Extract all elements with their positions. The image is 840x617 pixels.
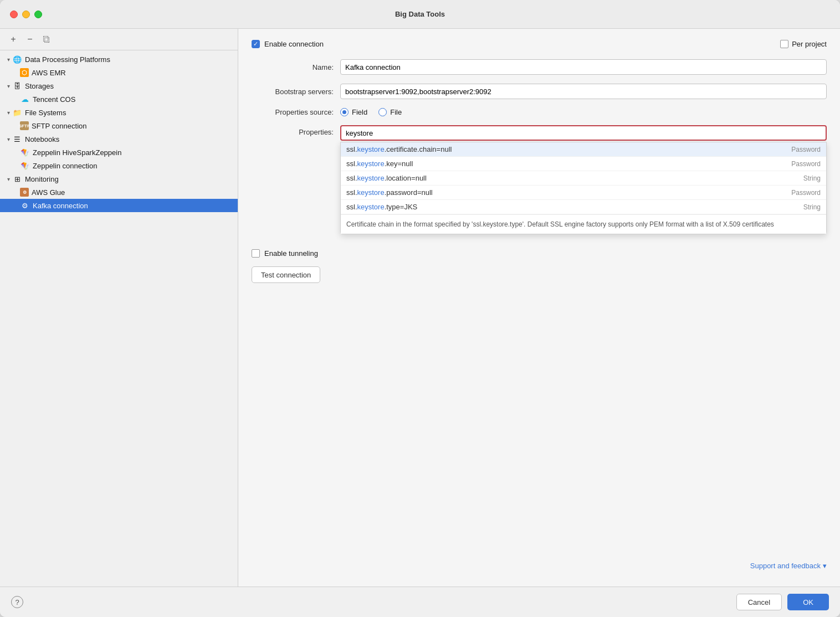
bootstrap-servers-field-container xyxy=(340,84,827,99)
item-suffix-1: .certificate.chain=null xyxy=(385,145,452,153)
item-highlight-2: keystore xyxy=(357,160,385,168)
autocomplete-item-5[interactable]: ssl.keystore.type=JKS String xyxy=(341,200,826,214)
radio-field-circle xyxy=(340,108,349,116)
sidebar-toolbar: + − ⿻ xyxy=(0,29,238,50)
name-row: Name: xyxy=(252,59,827,75)
sidebar-item-sftp-connection[interactable]: ▾ SFTP SFTP connection xyxy=(0,119,238,132)
chevron-down-icon: ▾ xyxy=(4,135,12,143)
name-input[interactable] xyxy=(340,59,827,75)
autocomplete-item-2[interactable]: ssl.keystore.key=null Password xyxy=(341,157,826,171)
item-type-2: Password xyxy=(791,160,821,168)
header-row: ✓ Enable connection Per project xyxy=(252,40,827,48)
maximize-button[interactable] xyxy=(34,11,42,18)
bottom-left: ? xyxy=(11,596,23,608)
sidebar-item-label: Kafka connection xyxy=(33,202,88,210)
dropdown-item-left-3: ssl.keystore.location=null xyxy=(346,174,427,182)
item-type-4: Password xyxy=(791,189,821,197)
item-type-5: String xyxy=(803,203,821,211)
radio-field-label: Field xyxy=(352,108,367,116)
autocomplete-item-1[interactable]: ssl.keystore.certificate.chain=null Pass… xyxy=(341,142,826,157)
autocomplete-item-4[interactable]: ssl.keystore.password=null Password xyxy=(341,186,826,200)
sidebar-item-aws-emr[interactable]: ▾ ⬡ AWS EMR xyxy=(0,66,238,79)
sidebar-item-aws-glue[interactable]: ▾ ⚙ AWS Glue xyxy=(0,186,238,199)
enable-tunneling-label: Enable tunneling xyxy=(264,249,318,258)
item-type-1: Password xyxy=(791,146,821,153)
autocomplete-dropdown: ssl.keystore.certificate.chain=null Pass… xyxy=(340,142,827,234)
main-content: + − ⿻ ▾ 🌐 Data Processing Platforms ▾ ⬡ … xyxy=(0,29,840,587)
name-field-container xyxy=(340,59,827,75)
bootstrap-servers-input[interactable] xyxy=(340,84,827,99)
item-suffix-3: .location=null xyxy=(385,174,427,182)
right-panel: ✓ Enable connection Per project Name: Bo… xyxy=(238,29,840,587)
sidebar-item-label: Tencent COS xyxy=(33,95,75,104)
sidebar: + − ⿻ ▾ 🌐 Data Processing Platforms ▾ ⬡ … xyxy=(0,29,238,587)
sidebar-item-tencent-cos[interactable]: ▾ ☁ Tencent COS xyxy=(0,92,238,106)
sidebar-item-label: SFTP connection xyxy=(32,122,86,130)
close-button[interactable] xyxy=(10,11,18,18)
enable-tunneling-row: Enable tunneling xyxy=(252,249,827,258)
zeppelin-icon: 🪁 xyxy=(20,147,30,157)
test-connection-button[interactable]: Test connection xyxy=(252,266,320,283)
item-prefix-2: ssl. xyxy=(346,160,357,168)
sidebar-item-label: File Systems xyxy=(25,109,66,117)
radio-dot xyxy=(342,110,346,114)
item-prefix-5: ssl. xyxy=(346,203,357,211)
sidebar-item-notebooks[interactable]: ▾ ☰ Notebooks xyxy=(0,132,238,146)
dropdown-item-left-2: ssl.keystore.key=null xyxy=(346,160,413,168)
sidebar-tree: ▾ 🌐 Data Processing Platforms ▾ ⬡ AWS EM… xyxy=(0,50,238,587)
copy-button[interactable]: ⿻ xyxy=(40,33,53,45)
help-button[interactable]: ? xyxy=(11,596,23,608)
storages-icon: 🗄 xyxy=(12,81,22,91)
sidebar-item-monitoring[interactable]: ▾ ⊞ Monitoring xyxy=(0,172,238,186)
aws-emr-icon: ⬡ xyxy=(20,68,29,77)
bottom-right: Cancel OK xyxy=(736,594,829,610)
zeppelin2-icon: 🪁 xyxy=(20,161,30,171)
item-highlight-4: keystore xyxy=(357,188,385,197)
per-project-row: Per project xyxy=(780,40,827,48)
properties-source-row: Properties source: Field File xyxy=(252,108,827,116)
sidebar-item-kafka-connection[interactable]: ▾ ⚙ Kafka connection xyxy=(0,199,238,212)
add-button[interactable]: + xyxy=(7,33,20,45)
enable-connection-row: ✓ Enable connection xyxy=(252,40,324,48)
support-feedback-label: Support and feedback xyxy=(750,562,821,570)
sidebar-item-storages[interactable]: ▾ 🗄 Storages xyxy=(0,79,238,92)
sidebar-item-zeppelin-connection[interactable]: ▾ 🪁 Zeppelin connection xyxy=(0,159,238,172)
radio-file-label: File xyxy=(390,108,402,116)
radio-field[interactable]: Field xyxy=(340,108,367,116)
sidebar-item-zeppelin-hive[interactable]: ▾ 🪁 Zeppelin HiveSparkZeppein xyxy=(0,146,238,159)
autocomplete-item-3[interactable]: ssl.keystore.location=null String xyxy=(341,171,826,186)
cancel-button[interactable]: Cancel xyxy=(736,594,782,610)
item-type-3: String xyxy=(803,174,821,182)
enable-connection-checkbox[interactable]: ✓ xyxy=(252,40,260,48)
dropdown-item-left: ssl.keystore.certificate.chain=null xyxy=(346,145,452,153)
item-highlight-3: keystore xyxy=(357,174,385,182)
item-highlight-1: keystore xyxy=(357,145,385,153)
dropdown-item-left-4: ssl.keystore.password=null xyxy=(346,188,433,197)
enable-tunneling-checkbox[interactable] xyxy=(252,249,260,258)
sidebar-item-label: Storages xyxy=(25,82,54,90)
ok-button[interactable]: OK xyxy=(787,594,829,610)
bootstrap-servers-row: Bootstrap servers: xyxy=(252,84,827,99)
properties-input[interactable] xyxy=(340,125,827,141)
chevron-down-icon: ▾ xyxy=(4,175,12,183)
item-suffix-5: .type=JKS xyxy=(385,203,418,211)
sidebar-item-data-processing-platforms[interactable]: ▾ 🌐 Data Processing Platforms xyxy=(0,53,238,66)
item-prefix-3: ssl. xyxy=(346,174,357,182)
minimize-button[interactable] xyxy=(22,11,30,18)
aws-glue-icon: ⚙ xyxy=(20,188,29,197)
sftp-icon: SFTP xyxy=(20,121,29,130)
item-highlight-5: keystore xyxy=(357,203,385,211)
window-title: Big Data Tools xyxy=(395,10,445,18)
properties-row: Properties: ssl.keystore.certificate.cha… xyxy=(252,125,827,141)
per-project-checkbox[interactable] xyxy=(780,40,788,48)
monitoring-icon: ⊞ xyxy=(12,174,22,184)
sidebar-item-label: Data Processing Platforms xyxy=(25,55,110,64)
properties-field-container: ssl.keystore.certificate.chain=null Pass… xyxy=(340,125,827,141)
support-feedback-link[interactable]: Support and feedback ▾ xyxy=(750,562,827,570)
item-prefix-1: ssl. xyxy=(346,145,357,153)
remove-button[interactable]: − xyxy=(23,33,37,45)
item-suffix-2: .key=null xyxy=(385,160,413,168)
radio-file[interactable]: File xyxy=(378,108,402,116)
sidebar-item-file-systems[interactable]: ▾ 📁 File Systems xyxy=(0,106,238,119)
chevron-down-icon: ▾ xyxy=(4,82,12,90)
